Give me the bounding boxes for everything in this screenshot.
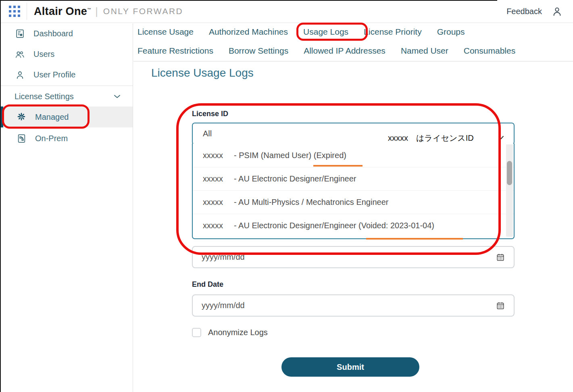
anonymize-row: Anonymize Logs [192,328,515,337]
feedback-link[interactable]: Feedback [506,7,542,16]
sidebar-divider [0,85,133,86]
end-date-input[interactable] [202,301,496,310]
start-date-input[interactable] [202,252,496,262]
tab-named-user[interactable]: Named User [401,46,448,58]
end-date-label: End Date [192,280,515,289]
calendar-icon[interactable] [496,301,505,310]
license-option[interactable]: xxxxx - AU Electronic Designer/Engineer [193,167,514,190]
license-option-id: xxxxx [203,174,234,183]
tab-feature-restrictions[interactable]: Feature Restrictions [138,46,213,58]
gear-icon [16,112,27,122]
tabs-divider [133,61,573,62]
dropdown-scrollbar-track[interactable] [506,144,513,237]
users-icon [15,50,25,59]
license-option[interactable]: xxxxx - AU Multi-Physics / Mechatronics … [193,190,514,214]
user-account-icon[interactable] [552,6,563,17]
sidebar-section-label: License Settings [15,92,74,101]
sidebar-item-users[interactable]: Users [0,44,133,65]
tab-usage-logs[interactable]: Usage Logs [303,27,348,40]
dropdown-scrollbar-thumb[interactable] [507,161,512,185]
sidebar-item-label: Managed [35,113,69,122]
sidebar-item-label: User Profile [33,70,75,79]
license-option-id: xxxxx [203,221,234,230]
license-id-label: License ID [192,110,515,118]
chevron-down-icon [114,94,121,99]
license-id-dropdown-list: xxxxx - PSIM (Named User) (Expired) xxxx… [192,144,515,239]
license-id-combobox[interactable]: All [192,123,515,145]
app-logo: Altair One™ [34,5,91,18]
tagline-divider: | [95,6,98,17]
usage-logs-form: License ID All xxxxx - PSIM (Named User)… [192,110,515,377]
sidebar-item-label: On-Prem [35,134,68,143]
license-option-label: - AU Electronic Designer/Engineer (Voide… [234,221,434,230]
tab-groups[interactable]: Groups [437,27,465,40]
license-option-label: - AU Electronic Designer/Engineer [234,174,356,183]
on-prem-icon [16,133,27,144]
sidebar-item-on-prem[interactable]: On-Prem [0,127,133,149]
tab-allowed-ip-addresses[interactable]: Allowed IP Addresses [304,46,385,58]
anonymize-label: Anonymize Logs [208,328,268,337]
anonymize-checkbox[interactable] [192,328,201,337]
sidebar-item-label: Users [33,50,54,59]
tab-borrow-settings[interactable]: Borrow Settings [229,46,288,58]
sidebar: Dashboard Users User Profile License Set… [0,23,133,392]
page-title: License Usage Logs [151,67,254,79]
tab-bar-row-2: Feature Restrictions Borrow Settings All… [138,46,515,58]
tab-bar-row-1: License Usage Authorized Machines Usage … [138,27,465,40]
calendar-icon[interactable] [496,253,505,262]
license-option-label: - AU Multi-Physics / Mechatronics Engine… [234,198,388,207]
topbar-divider [27,3,27,20]
tab-license-priority[interactable]: License Priority [364,27,422,40]
submit-button[interactable]: Submit [281,357,419,377]
sidebar-item-dashboard[interactable]: Dashboard [0,23,133,44]
license-option-id: xxxxx [203,198,234,207]
start-date-field[interactable] [192,246,515,268]
tab-authorized-machines[interactable]: Authorized Machines [209,27,288,40]
trademark-symbol: ™ [87,7,91,12]
dashboard-icon [15,29,25,39]
user-profile-icon [15,70,25,80]
license-option[interactable]: xxxxx - PSIM (Named User) (Expired) [193,144,514,167]
tagline: ONLY FORWARD [103,6,183,16]
sidebar-item-label: Dashboard [33,29,73,38]
tab-consumables[interactable]: Consumables [464,46,515,58]
sidebar-item-user-profile[interactable]: User Profile [0,65,133,85]
sidebar-section-license-settings[interactable]: License Settings [0,86,133,106]
main-content: License Usage Authorized Machines Usage … [133,23,573,392]
top-bar: Altair One™ | ONLY FORWARD Feedback [0,0,573,23]
license-id-selected-value: All [203,129,212,138]
app-grid-icon[interactable] [9,6,20,17]
license-option-id: xxxxx [203,151,234,160]
caret-down-icon [498,132,504,142]
tab-license-usage[interactable]: License Usage [138,27,194,40]
sidebar-item-managed[interactable]: Managed [0,106,133,127]
end-date-field[interactable] [192,294,515,317]
license-option[interactable]: xxxxx - AU Electronic Designer/Engineer … [193,214,514,237]
license-option-label: - PSIM (Named User) (Expired) [234,151,346,160]
